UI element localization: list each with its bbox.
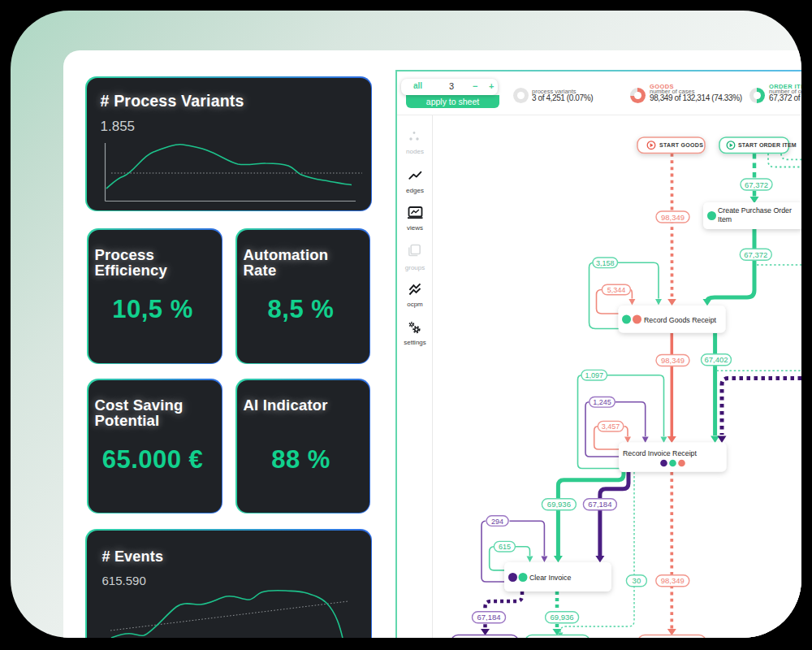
svg-text:30: 30 bbox=[633, 576, 641, 585]
svg-text:98,349: 98,349 bbox=[661, 213, 685, 222]
svg-text:Record Invoice Receipt: Record Invoice Receipt bbox=[623, 449, 698, 457]
svg-text:Record Goods Receipt: Record Goods Receipt bbox=[644, 316, 717, 324]
svg-text:1,097: 1,097 bbox=[585, 371, 603, 379]
svg-text:Clear Invoice: Clear Invoice bbox=[529, 574, 571, 582]
svg-text:98,349: 98,349 bbox=[661, 576, 685, 585]
svg-text:69,936: 69,936 bbox=[551, 613, 574, 622]
svg-text:69,936: 69,936 bbox=[547, 500, 571, 509]
svg-text:START GOODS: START GOODS bbox=[659, 142, 703, 148]
svg-text:67,402: 67,402 bbox=[704, 355, 728, 364]
svg-text:START ORDER ITEM: START ORDER ITEM bbox=[738, 142, 797, 148]
svg-text:Create Purchase Order: Create Purchase Order bbox=[718, 206, 792, 214]
svg-text:5,344: 5,344 bbox=[607, 286, 626, 294]
svg-text:Item: Item bbox=[718, 215, 732, 223]
svg-text:3,158: 3,158 bbox=[596, 259, 615, 267]
svg-text:294: 294 bbox=[491, 518, 503, 526]
svg-text:67,184: 67,184 bbox=[588, 500, 611, 509]
svg-text:98,349: 98,349 bbox=[661, 356, 685, 365]
svg-text:67,184: 67,184 bbox=[477, 613, 500, 622]
svg-text:67,372: 67,372 bbox=[745, 180, 768, 189]
svg-text:67,372: 67,372 bbox=[744, 250, 767, 259]
svg-text:615: 615 bbox=[499, 543, 511, 551]
svg-text:3,457: 3,457 bbox=[602, 422, 620, 431]
svg-text:1,245: 1,245 bbox=[593, 398, 611, 406]
